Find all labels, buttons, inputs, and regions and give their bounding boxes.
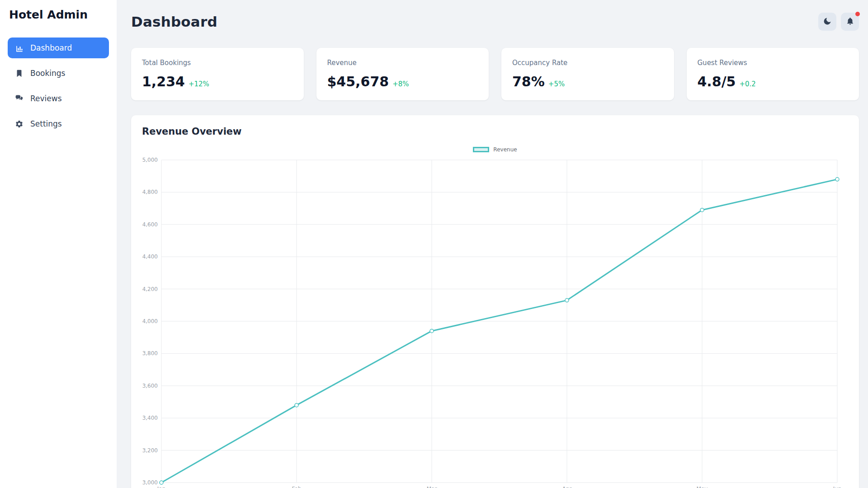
app-root: Hotel Admin Dashboard Bookings Reviews — [0, 0, 868, 488]
sidebar-item-bookings[interactable]: Bookings — [8, 63, 109, 84]
stat-card-occupancy-rate: Occupancy Rate 78% +5% — [501, 48, 674, 100]
chart-point — [430, 329, 434, 333]
svg-text:4,000: 4,000 — [142, 318, 158, 324]
svg-text:3,000: 3,000 — [142, 479, 158, 486]
svg-text:Jan: Jan — [157, 486, 166, 488]
notification-badge-dot — [855, 12, 860, 16]
stat-value: 78% — [512, 74, 545, 89]
stat-card-revenue: Revenue $45,678 +8% — [316, 48, 489, 100]
sidebar-item-label: Reviews — [30, 94, 62, 103]
sidebar-item-label: Dashboard — [30, 43, 72, 52]
svg-text:3,600: 3,600 — [142, 383, 158, 389]
svg-text:4,400: 4,400 — [142, 253, 158, 260]
moon-icon — [823, 17, 832, 27]
legend-swatch — [473, 147, 489, 152]
svg-text:4,600: 4,600 — [142, 221, 158, 228]
svg-text:3,800: 3,800 — [142, 350, 158, 357]
chart-point — [295, 404, 298, 407]
stat-value: 1,234 — [142, 74, 185, 89]
svg-text:3,400: 3,400 — [142, 415, 158, 421]
theme-toggle-button[interactable] — [818, 13, 836, 31]
chart-point — [160, 481, 163, 484]
stat-delta: +8% — [392, 80, 409, 88]
chart-legend-revenue[interactable]: Revenue — [142, 145, 848, 154]
revenue-line-chart: 3,0003,2003,4003,6003,8004,0004,2004,400… — [142, 156, 848, 488]
revenue-overview-card: Revenue Overview Revenue 3,0003,2003,400… — [131, 115, 859, 488]
chart-point — [565, 299, 569, 302]
notifications-button[interactable] — [841, 13, 859, 31]
svg-text:Mar: Mar — [427, 486, 437, 488]
svg-text:5,000: 5,000 — [142, 157, 158, 163]
page-title: Dashboard — [131, 14, 217, 30]
chart-point — [700, 208, 704, 212]
stat-label: Occupancy Rate — [512, 59, 663, 67]
bar-chart-icon — [15, 44, 24, 52]
sidebar-item-label: Settings — [30, 119, 62, 128]
stat-label: Total Bookings — [142, 59, 293, 67]
svg-text:May: May — [697, 486, 708, 488]
bookmark-icon — [15, 69, 24, 78]
stat-delta: +0.2 — [739, 80, 755, 88]
stat-card-guest-reviews: Guest Reviews 4.8/5 +0.2 — [687, 48, 859, 100]
stat-label: Revenue — [327, 59, 478, 67]
svg-text:4,200: 4,200 — [142, 286, 158, 292]
stat-value: 4.8/5 — [698, 74, 736, 89]
chart-title: Revenue Overview — [142, 126, 848, 137]
stat-delta: +5% — [548, 80, 565, 88]
topbar: Dashboard — [131, 13, 859, 31]
svg-text:Jun: Jun — [833, 486, 842, 488]
svg-text:Feb: Feb — [292, 486, 301, 488]
stat-card-total-bookings: Total Bookings 1,234 +12% — [131, 48, 304, 100]
stat-value: $45,678 — [327, 74, 389, 89]
sidebar-nav: Dashboard Bookings Reviews Settings — [8, 38, 109, 134]
stats-row: Total Bookings 1,234 +12% Revenue $45,67… — [131, 48, 859, 100]
main-content: Dashboard Total Bookings — [117, 0, 868, 488]
bell-icon — [846, 17, 854, 27]
stat-delta: +12% — [189, 80, 209, 88]
sidebar-item-label: Bookings — [30, 69, 65, 78]
chart-point — [835, 178, 839, 181]
legend-label: Revenue — [493, 146, 517, 153]
sidebar-item-reviews[interactable]: Reviews — [8, 88, 109, 109]
stat-label: Guest Reviews — [698, 59, 849, 67]
gear-icon — [15, 120, 24, 128]
comments-icon — [15, 94, 24, 103]
svg-text:3,200: 3,200 — [142, 447, 158, 454]
svg-text:Apr: Apr — [562, 486, 572, 488]
sidebar: Hotel Admin Dashboard Bookings Reviews — [0, 0, 117, 488]
sidebar-item-settings[interactable]: Settings — [8, 113, 109, 134]
sidebar-item-dashboard[interactable]: Dashboard — [8, 38, 109, 58]
topbar-actions — [818, 13, 859, 31]
app-title: Hotel Admin — [8, 7, 109, 22]
svg-text:4,800: 4,800 — [142, 189, 158, 195]
